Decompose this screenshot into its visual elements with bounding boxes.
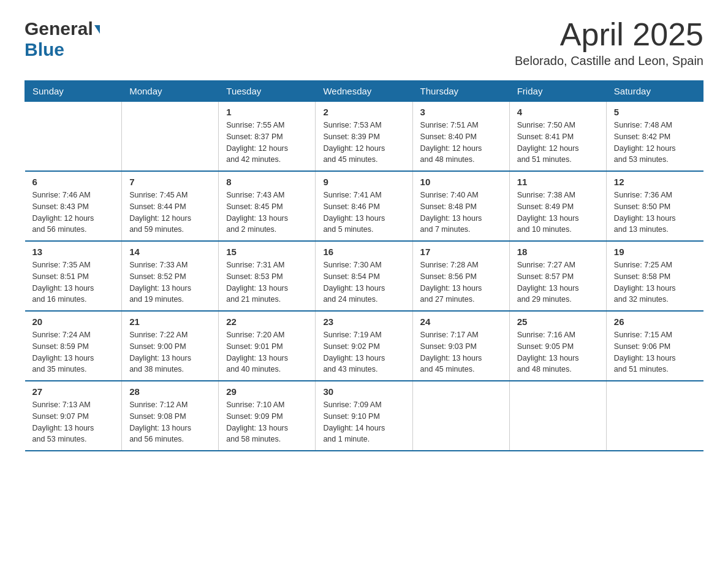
- calendar-cell: 22Sunrise: 7:20 AMSunset: 9:01 PMDayligh…: [219, 311, 316, 381]
- day-info: Sunrise: 7:22 AMSunset: 9:00 PMDaylight:…: [129, 329, 211, 375]
- day-info: Sunrise: 7:15 AMSunset: 9:06 PMDaylight:…: [614, 329, 696, 375]
- calendar-title: April 2025: [515, 18, 703, 50]
- day-of-week-thursday: Thursday: [412, 81, 509, 102]
- day-of-week-friday: Friday: [509, 81, 606, 102]
- day-info: Sunrise: 7:35 AMSunset: 8:51 PMDaylight:…: [32, 259, 115, 305]
- day-info: Sunrise: 7:38 AMSunset: 8:49 PMDaylight:…: [517, 190, 599, 236]
- title-area: April 2025 Belorado, Castille and Leon, …: [515, 18, 703, 68]
- calendar-cell: 14Sunrise: 7:33 AMSunset: 8:52 PMDayligh…: [122, 241, 219, 311]
- calendar-cell: 15Sunrise: 7:31 AMSunset: 8:53 PMDayligh…: [219, 241, 316, 311]
- page-header: General Blue April 2025 Belorado, Castil…: [25, 18, 703, 68]
- days-of-week-row: SundayMondayTuesdayWednesdayThursdayFrid…: [25, 81, 703, 102]
- day-info: Sunrise: 7:10 AMSunset: 9:09 PMDaylight:…: [226, 399, 308, 445]
- day-info: Sunrise: 7:33 AMSunset: 8:52 PMDaylight:…: [129, 259, 211, 305]
- day-of-week-monday: Monday: [122, 81, 219, 102]
- day-of-week-sunday: Sunday: [25, 81, 122, 102]
- day-info: Sunrise: 7:41 AMSunset: 8:46 PMDaylight:…: [323, 190, 404, 236]
- day-number: 8: [226, 177, 308, 187]
- calendar-cell: 29Sunrise: 7:10 AMSunset: 9:09 PMDayligh…: [219, 381, 316, 451]
- day-of-week-saturday: Saturday: [606, 81, 703, 102]
- calendar-cell: 2Sunrise: 7:53 AMSunset: 8:39 PMDaylight…: [316, 102, 412, 172]
- calendar-cell: 8Sunrise: 7:43 AMSunset: 8:45 PMDaylight…: [219, 171, 316, 241]
- day-info: Sunrise: 7:20 AMSunset: 9:01 PMDaylight:…: [226, 329, 308, 375]
- day-info: Sunrise: 7:51 AMSunset: 8:40 PMDaylight:…: [420, 120, 502, 166]
- calendar-cell: 1Sunrise: 7:55 AMSunset: 8:37 PMDaylight…: [219, 102, 316, 172]
- calendar-cell: 28Sunrise: 7:12 AMSunset: 9:08 PMDayligh…: [122, 381, 219, 451]
- day-number: 10: [420, 177, 502, 187]
- day-info: Sunrise: 7:09 AMSunset: 9:10 PMDaylight:…: [323, 399, 404, 445]
- day-info: Sunrise: 7:25 AMSunset: 8:58 PMDaylight:…: [614, 259, 696, 305]
- day-number: 13: [32, 247, 115, 257]
- day-info: Sunrise: 7:43 AMSunset: 8:45 PMDaylight:…: [226, 190, 308, 236]
- calendar-cell: 20Sunrise: 7:24 AMSunset: 8:59 PMDayligh…: [25, 311, 122, 381]
- calendar-cell: 16Sunrise: 7:30 AMSunset: 8:54 PMDayligh…: [316, 241, 412, 311]
- calendar-cell: 21Sunrise: 7:22 AMSunset: 9:00 PMDayligh…: [122, 311, 219, 381]
- day-number: 25: [517, 316, 599, 327]
- day-number: 2: [323, 107, 404, 117]
- calendar-cell: 24Sunrise: 7:17 AMSunset: 9:03 PMDayligh…: [412, 311, 509, 381]
- day-number: 19: [614, 247, 696, 257]
- day-number: 24: [420, 316, 502, 327]
- day-of-week-tuesday: Tuesday: [219, 81, 316, 102]
- day-number: 14: [129, 247, 211, 257]
- day-number: 30: [323, 386, 404, 397]
- day-number: 5: [614, 107, 696, 117]
- calendar-cell: 26Sunrise: 7:15 AMSunset: 9:06 PMDayligh…: [606, 311, 703, 381]
- calendar-body: 1Sunrise: 7:55 AMSunset: 8:37 PMDaylight…: [25, 102, 703, 451]
- week-row-1: 1Sunrise: 7:55 AMSunset: 8:37 PMDaylight…: [25, 102, 703, 172]
- calendar-cell: 10Sunrise: 7:40 AMSunset: 8:48 PMDayligh…: [412, 171, 509, 241]
- week-row-2: 6Sunrise: 7:46 AMSunset: 8:43 PMDaylight…: [25, 171, 703, 241]
- calendar-cell: [606, 381, 703, 451]
- day-number: 29: [226, 386, 308, 397]
- day-number: 6: [32, 177, 115, 187]
- logo: General Blue: [25, 18, 100, 60]
- day-number: 1: [226, 107, 308, 117]
- day-number: 3: [420, 107, 502, 117]
- day-info: Sunrise: 7:12 AMSunset: 9:08 PMDaylight:…: [129, 399, 211, 445]
- day-info: Sunrise: 7:27 AMSunset: 8:57 PMDaylight:…: [517, 259, 599, 305]
- day-info: Sunrise: 7:28 AMSunset: 8:56 PMDaylight:…: [420, 259, 502, 305]
- calendar-cell: [25, 102, 122, 172]
- calendar-cell: 5Sunrise: 7:48 AMSunset: 8:42 PMDaylight…: [606, 102, 703, 172]
- day-info: Sunrise: 7:45 AMSunset: 8:44 PMDaylight:…: [129, 190, 211, 236]
- calendar-cell: 23Sunrise: 7:19 AMSunset: 9:02 PMDayligh…: [316, 311, 412, 381]
- calendar-cell: 6Sunrise: 7:46 AMSunset: 8:43 PMDaylight…: [25, 171, 122, 241]
- day-number: 16: [323, 247, 404, 257]
- calendar-cell: 25Sunrise: 7:16 AMSunset: 9:05 PMDayligh…: [509, 311, 606, 381]
- day-info: Sunrise: 7:46 AMSunset: 8:43 PMDaylight:…: [32, 190, 115, 236]
- calendar-cell: 7Sunrise: 7:45 AMSunset: 8:44 PMDaylight…: [122, 171, 219, 241]
- day-number: 26: [614, 316, 696, 327]
- day-number: 22: [226, 316, 308, 327]
- day-info: Sunrise: 7:31 AMSunset: 8:53 PMDaylight:…: [226, 259, 308, 305]
- day-info: Sunrise: 7:40 AMSunset: 8:48 PMDaylight:…: [420, 190, 502, 236]
- day-number: 9: [323, 177, 404, 187]
- calendar-cell: 4Sunrise: 7:50 AMSunset: 8:41 PMDaylight…: [509, 102, 606, 172]
- calendar-subtitle: Belorado, Castille and Leon, Spain: [515, 54, 703, 68]
- week-row-3: 13Sunrise: 7:35 AMSunset: 8:51 PMDayligh…: [25, 241, 703, 311]
- logo-arrow-icon: [94, 25, 100, 34]
- calendar-cell: [509, 381, 606, 451]
- calendar-cell: 11Sunrise: 7:38 AMSunset: 8:49 PMDayligh…: [509, 171, 606, 241]
- day-of-week-wednesday: Wednesday: [316, 81, 412, 102]
- day-info: Sunrise: 7:24 AMSunset: 8:59 PMDaylight:…: [32, 329, 115, 375]
- calendar-cell: 30Sunrise: 7:09 AMSunset: 9:10 PMDayligh…: [316, 381, 412, 451]
- week-row-5: 27Sunrise: 7:13 AMSunset: 9:07 PMDayligh…: [25, 381, 703, 451]
- day-number: 11: [517, 177, 599, 187]
- week-row-4: 20Sunrise: 7:24 AMSunset: 8:59 PMDayligh…: [25, 311, 703, 381]
- logo-general: General: [25, 18, 93, 39]
- day-number: 17: [420, 247, 502, 257]
- day-info: Sunrise: 7:50 AMSunset: 8:41 PMDaylight:…: [517, 120, 599, 166]
- calendar-cell: 12Sunrise: 7:36 AMSunset: 8:50 PMDayligh…: [606, 171, 703, 241]
- calendar-cell: 27Sunrise: 7:13 AMSunset: 9:07 PMDayligh…: [25, 381, 122, 451]
- day-info: Sunrise: 7:53 AMSunset: 8:39 PMDaylight:…: [323, 120, 404, 166]
- day-info: Sunrise: 7:55 AMSunset: 8:37 PMDaylight:…: [226, 120, 308, 166]
- day-info: Sunrise: 7:17 AMSunset: 9:03 PMDaylight:…: [420, 329, 502, 375]
- calendar-table: SundayMondayTuesdayWednesdayThursdayFrid…: [25, 80, 703, 451]
- day-number: 21: [129, 316, 211, 327]
- calendar-header: SundayMondayTuesdayWednesdayThursdayFrid…: [25, 81, 703, 102]
- day-number: 7: [129, 177, 211, 187]
- calendar-cell: [122, 102, 219, 172]
- day-info: Sunrise: 7:13 AMSunset: 9:07 PMDaylight:…: [32, 399, 115, 445]
- calendar-cell: 13Sunrise: 7:35 AMSunset: 8:51 PMDayligh…: [25, 241, 122, 311]
- calendar-cell: 19Sunrise: 7:25 AMSunset: 8:58 PMDayligh…: [606, 241, 703, 311]
